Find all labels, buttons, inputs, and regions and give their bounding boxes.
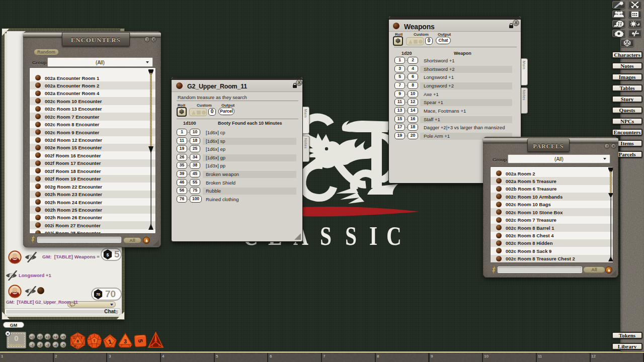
- svg-text:8: 8: [76, 339, 79, 343]
- svg-text:5: 5: [137, 339, 144, 343]
- svg-text:5: 5: [81, 336, 83, 339]
- svg-text:18: 18: [73, 344, 76, 347]
- svg-text:2: 2: [152, 344, 153, 347]
- svg-text:12: 12: [72, 336, 75, 339]
- svg-text:3: 3: [124, 339, 127, 344]
- svg-text:3: 3: [158, 344, 160, 347]
